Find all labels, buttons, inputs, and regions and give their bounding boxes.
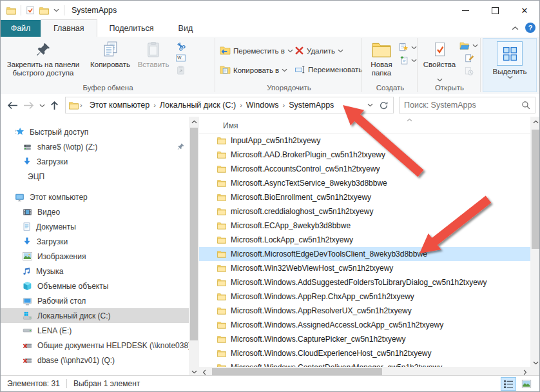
file-row[interactable]: Microsoft.Windows.AssignedAccessLockApp_… xyxy=(199,318,530,332)
file-row[interactable]: Microsoft.AsyncTextService_8wekyb3d8bbwe xyxy=(199,176,530,190)
help-icon[interactable]: ? xyxy=(525,23,535,33)
file-row[interactable]: Microsoft.BioEnrollment_cw5n1h2txyewy xyxy=(199,190,530,204)
search-box[interactable]: Поиск: SystemApps xyxy=(399,97,535,113)
scrollbar-thumb[interactable] xyxy=(532,130,539,249)
tab-file[interactable]: Файл xyxy=(1,20,41,37)
maximize-button[interactable] xyxy=(480,1,510,20)
file-name: Microsoft.Windows.AppResolverUX_cw5n1h2t… xyxy=(231,306,412,315)
back-icon[interactable] xyxy=(7,101,18,110)
close-button[interactable]: ✕ xyxy=(510,1,539,20)
close-icon: ✕ xyxy=(521,6,528,15)
rename-button[interactable]: Переименовать xyxy=(294,65,362,74)
pin-to-quick-access-button[interactable]: Закрепить на панели быстрого доступа xyxy=(5,39,82,77)
breadcrumb-segment[interactable]: Windows xyxy=(244,101,282,110)
file-row[interactable]: Microsoft.MicrosoftEdgeDevToolsClient_8w… xyxy=(199,247,530,261)
sidebar-item[interactable]: Видео xyxy=(1,204,189,219)
copy-to-icon xyxy=(220,65,231,75)
open-button[interactable] xyxy=(459,41,478,50)
sidebar-item[interactable]: share$ (\\otp) (Z:) xyxy=(1,139,189,154)
cut-icon[interactable] xyxy=(176,41,186,51)
file-row[interactable]: Microsoft.Windows.ContentDeliveryManager… xyxy=(199,360,530,367)
group-open-label: Открыть xyxy=(418,84,481,92)
file-row[interactable]: Microsoft.Windows.AppRep.ChxApp_cw5n1h2t… xyxy=(199,289,530,304)
sidebar-item[interactable]: Загрузки xyxy=(1,234,189,249)
qat-customize-chevron-icon[interactable] xyxy=(53,8,59,12)
sidebar-scrollbar[interactable] xyxy=(189,117,199,377)
scrollbar-thumb[interactable] xyxy=(190,128,198,340)
group-clipboard: Закрепить на панели быстрого доступа Коп… xyxy=(1,37,215,93)
sidebar-item[interactable]: Документы xyxy=(1,219,189,234)
sidebar-item[interactable]: LENA (E:) xyxy=(1,323,189,338)
refresh-icon[interactable] xyxy=(380,101,388,110)
sidebar-item[interactable]: Объемные объекты xyxy=(1,279,189,293)
file-row[interactable]: Microsoft.Win32WebViewHost_cw5n1h2txyewy xyxy=(199,261,530,275)
sidebar-item[interactable]: Рабочий стол xyxy=(1,293,189,308)
disk-windows-icon xyxy=(23,311,32,320)
details-view-button[interactable] xyxy=(501,377,516,391)
tab-home[interactable]: Главная xyxy=(41,19,97,37)
select-grid-button[interactable] xyxy=(497,41,523,66)
copy-button[interactable]: Копировать xyxy=(86,39,135,69)
scroll-up-icon[interactable] xyxy=(530,117,540,127)
explorer-window-icon xyxy=(6,6,16,15)
file-row[interactable]: Microsoft.AAD.BrokerPlugin_cw5n1h2txyewy xyxy=(199,148,530,162)
tab-view[interactable]: Вид xyxy=(166,20,206,37)
qat-properties-icon[interactable] xyxy=(26,6,35,15)
file-row[interactable]: Microsoft.Windows.CloudExperienceHost_cw… xyxy=(199,346,530,360)
file-row[interactable]: Microsoft.Windows.CapturePicker_cw5n1h2t… xyxy=(199,332,530,346)
minimize-ribbon-icon[interactable] xyxy=(512,26,519,30)
search-icon[interactable] xyxy=(521,101,535,110)
recent-locations-icon[interactable] xyxy=(39,104,45,108)
file-row[interactable]: Microsoft.LockApp_cw5n1h2txyewy xyxy=(199,233,530,247)
file-row[interactable]: Microsoft.AccountsControl_cw5n1h2txyewy xyxy=(199,162,530,176)
move-to-button[interactable]: Переместить в xyxy=(220,46,293,55)
scroll-up-icon[interactable] xyxy=(189,117,199,127)
copy-to-button[interactable]: Копировать в xyxy=(220,65,287,75)
new-item-button[interactable] xyxy=(400,55,417,65)
sidebar-item-label: Этот компьютер xyxy=(30,193,88,202)
easy-access-button[interactable] xyxy=(399,43,417,52)
address-dropdown-icon[interactable] xyxy=(367,103,373,107)
edit-icon[interactable] xyxy=(465,54,474,63)
breadcrumb-segment[interactable]: Этот компьютер xyxy=(87,101,152,110)
list-vertical-scrollbar[interactable] xyxy=(530,117,540,368)
pictures-icon xyxy=(23,252,32,260)
group-organize: Переместить в Копировать в Удалить Переи… xyxy=(216,37,362,93)
sidebar-item[interactable]: Этот компьютер xyxy=(1,190,189,204)
address-bar[interactable]: › Этот компьютер›Локальный диск (C:)›Win… xyxy=(65,97,394,113)
file-row[interactable]: Microsoft.Windows.AddSuggestedFoldersToL… xyxy=(199,275,530,289)
tab-share[interactable]: Поделиться xyxy=(97,20,166,37)
new-folder-button[interactable]: Новая папка xyxy=(365,39,398,77)
breadcrumb-chevron[interactable]: › xyxy=(238,101,244,109)
pin-icon xyxy=(35,39,52,61)
sidebar-item[interactable]: Изображения xyxy=(1,249,189,264)
breadcrumb-segment[interactable]: Локальный диск (C:) xyxy=(157,101,238,110)
column-header-name[interactable]: Имя xyxy=(199,119,530,134)
minimize-button[interactable] xyxy=(450,1,480,20)
file-row[interactable]: Microsoft.ECApp_8wekyb3d8bbwe xyxy=(199,219,530,233)
search-input[interactable]: Поиск: SystemApps xyxy=(400,101,521,110)
sidebar-item[interactable]: dbase (\\pnhzv01) (Q:) xyxy=(1,353,189,368)
breadcrumb-chevron[interactable]: › xyxy=(282,101,287,109)
sidebar-item[interactable]: Локальный диск (C:) xyxy=(1,308,189,323)
delete-button[interactable]: Удалить xyxy=(294,46,343,55)
navigation-bar: › Этот компьютер›Локальный диск (C:)›Win… xyxy=(1,94,539,117)
file-row[interactable]: Microsoft.Windows.AppResolverUX_cw5n1h2t… xyxy=(199,304,530,318)
breadcrumb-chevron[interactable]: › xyxy=(152,101,157,109)
qat-new-folder-icon[interactable] xyxy=(39,6,49,15)
thumbnails-view-button[interactable] xyxy=(519,377,534,391)
sidebar-item[interactable]: Загрузки xyxy=(1,154,189,169)
breadcrumb-segment[interactable]: SystemApps xyxy=(286,101,336,110)
file-row[interactable]: InputApp_cw5n1h2txyewy xyxy=(199,133,530,148)
copy-path-icon[interactable]: W.. xyxy=(176,54,186,62)
sidebar-item[interactable]: Музыка xyxy=(1,264,189,279)
sidebar-item[interactable]: Общие документы HELPDESK (\\knote038) (H xyxy=(1,338,189,353)
sidebar-item[interactable]: ЭЦП xyxy=(1,169,189,184)
sidebar-item[interactable]: Быстрый доступ xyxy=(1,124,189,139)
select-button[interactable]: Выделить xyxy=(483,38,537,92)
file-name: Microsoft.LockApp_cw5n1h2txyewy xyxy=(231,235,353,244)
delete-icon xyxy=(294,46,304,55)
select-grid-icon xyxy=(503,46,517,61)
file-row[interactable]: microsoft.creddialoghost_cw5n1h2txyewy xyxy=(199,204,530,219)
up-icon[interactable] xyxy=(50,101,59,110)
